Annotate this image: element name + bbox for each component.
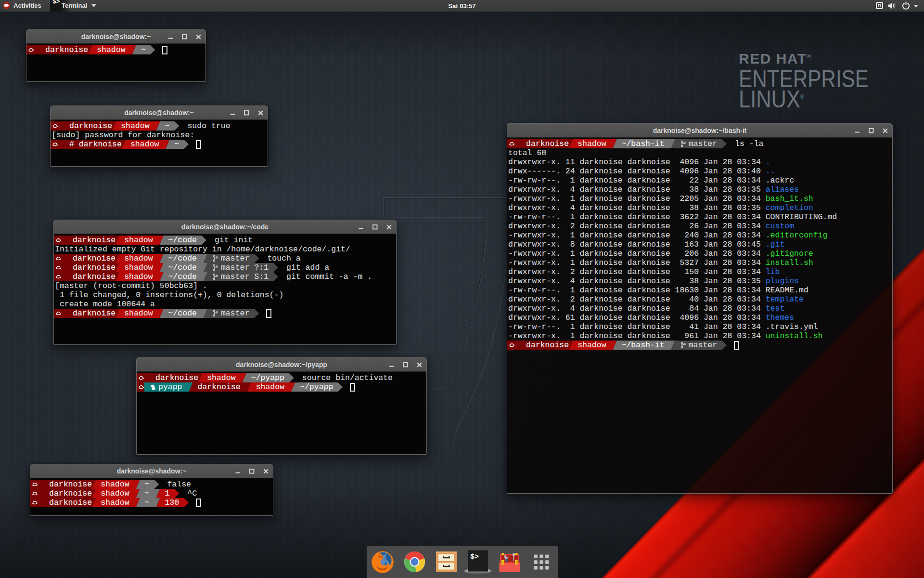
svg-text:$>: $> — [470, 553, 479, 561]
